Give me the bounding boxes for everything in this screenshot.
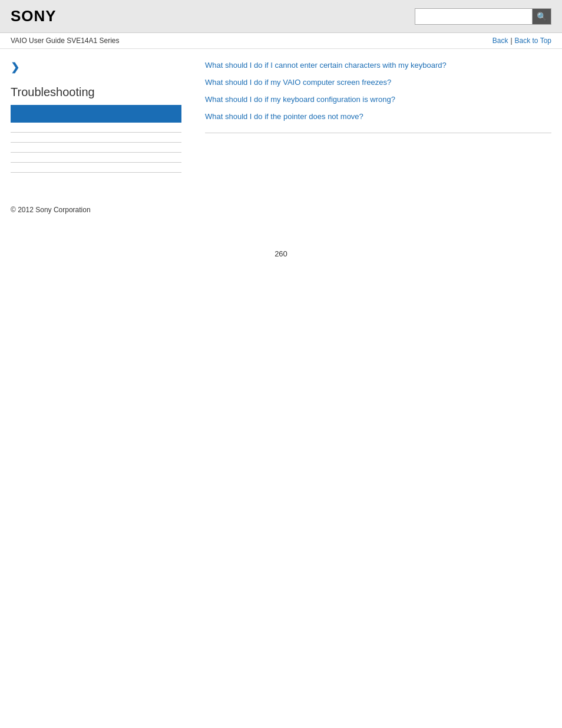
sidebar-active-item[interactable]	[11, 105, 181, 123]
sidebar: ❯ Troubleshooting	[11, 61, 193, 182]
content-link-2[interactable]: What should I do if my VAIO computer scr…	[205, 78, 551, 87]
content-area: What should I do if I cannot enter certa…	[193, 61, 551, 182]
nav-separator: |	[510, 37, 512, 45]
search-icon: 🔍	[537, 12, 547, 21]
page-number: 260	[0, 249, 562, 270]
breadcrumb-bar: VAIO User Guide SVE14A1 Series Back | Ba…	[0, 33, 562, 49]
sidebar-divider-4	[11, 162, 181, 163]
copyright-text: © 2012 Sony Corporation	[11, 206, 91, 214]
main-content: ❯ Troubleshooting What should I do if I …	[0, 49, 562, 194]
search-button[interactable]: 🔍	[533, 8, 551, 25]
content-links: What should I do if I cannot enter certa…	[205, 61, 551, 121]
sidebar-title: Troubleshooting	[11, 85, 181, 99]
content-divider	[205, 133, 551, 133]
back-link[interactable]: Back	[492, 37, 508, 45]
sidebar-divider-3	[11, 152, 181, 153]
sidebar-dividers	[11, 132, 181, 173]
sony-logo: SONY	[11, 7, 57, 25]
sidebar-divider-5	[11, 172, 181, 173]
back-to-top-link[interactable]: Back to Top	[515, 37, 551, 45]
guide-title: VAIO User Guide SVE14A1 Series	[11, 37, 120, 45]
page-header: SONY 🔍	[0, 0, 562, 33]
content-link-1[interactable]: What should I do if I cannot enter certa…	[205, 61, 551, 70]
search-area: 🔍	[415, 8, 551, 25]
content-link-4[interactable]: What should I do if the pointer does not…	[205, 112, 551, 121]
sidebar-divider-1	[11, 132, 181, 133]
chevron-icon: ❯	[11, 61, 181, 74]
footer: © 2012 Sony Corporation	[0, 194, 562, 226]
search-input[interactable]	[415, 8, 533, 25]
content-link-3[interactable]: What should I do if my keyboard configur…	[205, 95, 551, 104]
breadcrumb-nav: Back | Back to Top	[492, 37, 551, 45]
sidebar-divider-2	[11, 142, 181, 143]
